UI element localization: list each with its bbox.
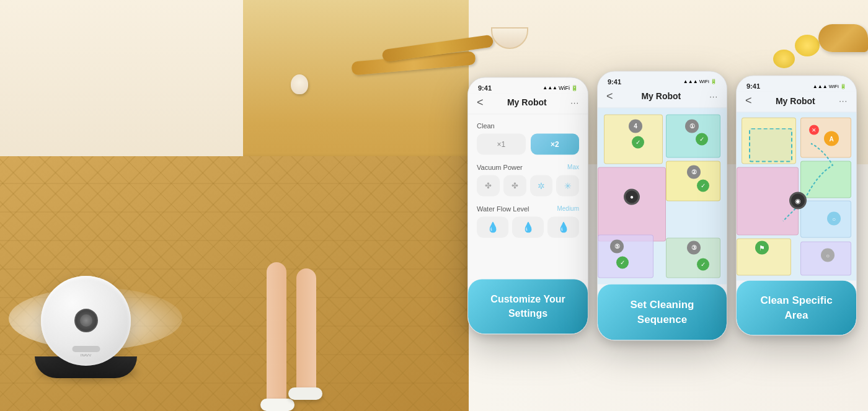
vacuum-value: Max [567, 164, 579, 170]
clean-x1-btn[interactable]: ×1 [477, 133, 526, 154]
water-section: Water Flow Level Medium 💧 💧 💧 [477, 205, 579, 237]
phone1-cta[interactable]: Customize Your Settings [468, 279, 588, 334]
phone3-title: My Robot [776, 95, 815, 105]
clean-x2-btn[interactable]: ×2 [531, 133, 580, 154]
phones-container: 9:41 ▲▲▲ WiFi 🔋 < My Robot ··· Clean ×1 … [467, 71, 857, 340]
vacuum-label: Vacuum Power [477, 163, 523, 170]
phone3-back[interactable]: < [745, 94, 752, 107]
phone2-status-bar: 9:41 ▲▲▲ WiFi 🔋 [598, 71, 727, 87]
phone2-map: 4 ✓ ① ✓ ② ✓ ● ⑤ ✓ [598, 108, 727, 284]
phone1-time: 9:41 [478, 84, 492, 91]
clean-section: Clean ×1 ×2 [477, 122, 579, 154]
phone2-header: < My Robot ··· [598, 87, 727, 108]
phone1-back[interactable]: < [477, 95, 484, 108]
phone3-status-bar: 9:41 ▲▲▲ WiFi 🔋 [737, 76, 856, 92]
water-value: Medium [557, 205, 579, 212]
phone-1: 9:41 ▲▲▲ WiFi 🔋 < My Robot ··· Clean ×1 … [467, 77, 588, 334]
vacuum-btn-3[interactable]: ✲ [530, 175, 553, 196]
phone1-cta-text: Customize Your Settings [490, 293, 565, 320]
phone3-more[interactable]: ··· [839, 96, 848, 105]
phone-3: 9:41 ▲▲▲ WiFi 🔋 < My Robot ··· [736, 76, 857, 336]
phone1-header: < My Robot ··· [468, 93, 588, 114]
phone3-header: < My Robot ··· [737, 92, 856, 113]
phone1-title: My Robot [507, 97, 547, 107]
phone1-more[interactable]: ··· [570, 97, 579, 107]
phone2-cta[interactable]: Set Cleaning Sequence [598, 284, 727, 340]
water-btn-1[interactable]: 💧 [477, 216, 508, 237]
vacuum-btn-2[interactable]: ✤ [503, 175, 526, 196]
phone2-more[interactable]: ··· [709, 91, 718, 100]
phone3-cta-text: Clean Specific Area [760, 293, 832, 323]
phone3-cta[interactable]: Clean Specific Area [737, 281, 856, 335]
vacuum-btn-4[interactable]: ✳ [556, 175, 579, 196]
phone2-back[interactable]: < [606, 89, 613, 102]
phone-2: 9:41 ▲▲▲ WiFi 🔋 < My Robot ··· 4 ✓ ① ✓ [597, 71, 727, 340]
phone1-content: Clean ×1 ×2 Vacuum Power Max ✤ ✤ ✲ ✳ [468, 114, 588, 279]
phone3-map: ◉ A ✕ ⚑ ○ ○ [737, 113, 856, 281]
clean-label: Clean [477, 122, 579, 129]
phone1-status-bar: 9:41 ▲▲▲ WiFi 🔋 [468, 77, 588, 93]
phone2-time: 9:41 [608, 77, 621, 85]
person [260, 237, 322, 411]
water-label: Water Flow Level [477, 205, 529, 212]
phone3-time: 9:41 [746, 82, 760, 90]
water-btn-2[interactable]: 💧 [512, 216, 544, 237]
vacuum-btn-1[interactable]: ✤ [477, 175, 500, 196]
vacuum-section: Vacuum Power Max ✤ ✤ ✲ ✳ [477, 163, 579, 196]
robot-vacuum: INAVV [35, 273, 140, 378]
phone2-title: My Robot [641, 91, 681, 101]
water-btn-3[interactable]: 💧 [547, 216, 579, 237]
phone2-cta-text: Set Cleaning Sequence [631, 297, 694, 327]
